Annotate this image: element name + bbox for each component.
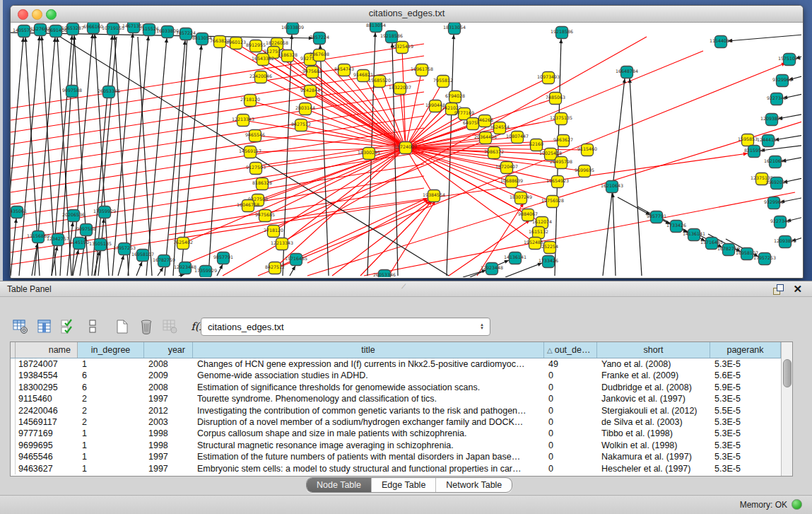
table-row[interactable]: 1456911722003Disruption of a novel membe… <box>11 416 792 428</box>
cell-name[interactable]: 9777169 <box>16 428 78 439</box>
table-row[interactable]: 1830029562008Estimation of significance … <box>11 382 792 393</box>
cell-out_degree[interactable]: 0 <box>544 416 597 428</box>
cell-out_degree[interactable]: 0 <box>544 440 597 451</box>
cell-name[interactable]: 14569117 <box>16 416 78 428</box>
cell-pagerank[interactable]: 5.3E-5 <box>710 416 781 428</box>
graph-edge[interactable] <box>208 40 223 276</box>
column-header-pagerank[interactable]: pagerank <box>710 342 781 358</box>
graph-edge[interactable] <box>128 36 148 276</box>
graph-edge[interactable] <box>248 148 406 206</box>
cell-in_degree[interactable]: 1 <box>78 463 144 474</box>
table-row[interactable]: 1872400712008Changes of HCN gene express… <box>11 358 792 370</box>
graph-edge[interactable] <box>463 270 486 277</box>
cell-out_degree[interactable]: 0 <box>544 405 597 416</box>
cell-corner[interactable] <box>11 370 16 381</box>
cell-out_degree[interactable]: 0 <box>544 370 597 381</box>
cell-name[interactable]: 9463627 <box>16 463 78 474</box>
cell-short[interactable]: Hescheler et al. (1997) <box>597 463 710 474</box>
graph-edge[interactable] <box>112 33 133 276</box>
graph-edge[interactable] <box>290 266 295 276</box>
cell-in_degree[interactable]: 2 <box>78 416 144 428</box>
cell-year[interactable]: 1997 <box>144 451 193 462</box>
table-row[interactable]: 946554611997Estimation of the future num… <box>11 451 792 462</box>
cell-year[interactable]: 1997 <box>144 463 193 474</box>
cell-short[interactable]: Stergiakouli et al. (2012) <box>597 405 710 416</box>
cell-in_degree[interactable]: 1 <box>78 428 144 439</box>
graph-edge[interactable] <box>613 193 616 276</box>
cell-short[interactable]: Dudbridge et al. (2008) <box>597 382 710 393</box>
column-header-name[interactable]: name <box>16 342 78 358</box>
row-height-icon[interactable] <box>82 317 103 337</box>
table-row[interactable]: 969969511998Structural magnetic resonanc… <box>11 440 792 451</box>
vertical-scrollbar[interactable] <box>781 342 792 476</box>
cell-short[interactable]: Yano et al. (2008) <box>597 358 710 370</box>
cell-name[interactable]: 18300295 <box>16 382 78 393</box>
cell-out_degree[interactable]: 0 <box>544 382 597 393</box>
cell-corner[interactable] <box>11 440 16 451</box>
cell-pagerank[interactable]: 5.3E-5 <box>710 440 781 451</box>
cell-year[interactable]: 2008 <box>144 358 193 370</box>
column-header-out_degree[interactable]: △out_de… <box>544 342 597 358</box>
cell-short[interactable]: Franke et al. (2009) <box>597 370 710 381</box>
table-row[interactable]: 1938455462009Genome-wide association stu… <box>11 370 792 381</box>
cell-short[interactable]: Wolkin et al. (1998) <box>597 440 710 451</box>
table-settings-icon[interactable] <box>10 317 31 337</box>
cell-out_degree[interactable]: 0 <box>544 428 597 439</box>
cell-out_degree[interactable]: 49 <box>544 358 597 370</box>
cell-pagerank[interactable]: 5.3E-5 <box>710 358 781 370</box>
graph-edge[interactable] <box>256 46 406 148</box>
table-row[interactable]: 977716911998Corpus callosum shape and si… <box>11 428 792 439</box>
graph-edge[interactable] <box>118 255 124 276</box>
cell-in_degree[interactable]: 2 <box>78 393 144 404</box>
cell-in_degree[interactable]: 6 <box>78 382 144 393</box>
cell-corner[interactable] <box>11 405 16 416</box>
graph-edge[interactable] <box>505 263 542 277</box>
graph-edge[interactable] <box>11 218 16 276</box>
column-header-title[interactable]: title <box>193 342 544 358</box>
select-all-icon[interactable] <box>58 317 79 337</box>
cell-corner[interactable] <box>11 416 16 428</box>
cell-name[interactable]: 19384554 <box>16 370 78 381</box>
splitter-handle-icon[interactable]: ⟋ <box>401 283 408 289</box>
graph-edge[interactable] <box>630 78 642 276</box>
delete-table-icon[interactable] <box>136 317 157 337</box>
column-header-corner[interactable] <box>11 342 16 358</box>
column-header-short[interactable]: short <box>597 342 710 358</box>
tab-edge-table[interactable]: Edge Table <box>372 478 436 492</box>
cell-name[interactable]: 22420046 <box>16 405 78 416</box>
cell-corner[interactable] <box>11 393 16 404</box>
cell-corner[interactable] <box>11 451 16 462</box>
cell-in_degree[interactable]: 6 <box>78 370 144 381</box>
cell-in_degree[interactable]: 1 <box>78 440 144 451</box>
graph-edge[interactable] <box>67 222 73 276</box>
cell-title[interactable]: Corpus callosum shape and size in male p… <box>193 428 544 439</box>
cell-corner[interactable] <box>11 463 16 474</box>
table-row[interactable]: 911546021997Tourette syndrome. Phenomeno… <box>11 393 792 404</box>
graph-edge[interactable] <box>263 59 406 148</box>
cell-short[interactable]: Tibbo et al. (1998) <box>597 428 710 439</box>
table-row[interactable]: 946362711997Embryonic stem cells: a mode… <box>11 463 792 474</box>
cell-pagerank[interactable]: 5.5E-5 <box>710 405 781 416</box>
cell-year[interactable]: 2012 <box>144 405 193 416</box>
cell-year[interactable]: 1997 <box>144 393 193 404</box>
cell-year[interactable]: 2003 <box>144 416 193 428</box>
network-canvas[interactable]: 1872400776638228960123891295518226058912… <box>11 23 801 277</box>
cell-year[interactable]: 2008 <box>144 382 193 393</box>
cell-pagerank[interactable]: 5.3E-5 <box>710 451 781 462</box>
cell-short[interactable]: Jankovic et al. (1997) <box>597 393 710 404</box>
column-header-year[interactable]: year <box>144 342 193 358</box>
cell-out_degree[interactable]: 0 <box>544 393 597 404</box>
cell-name[interactable]: 9115460 <box>16 393 78 404</box>
graph-edge[interactable] <box>158 267 163 276</box>
graph-edge[interactable] <box>312 72 406 148</box>
cell-title[interactable]: Investigating the contribution of common… <box>193 405 544 416</box>
cell-year[interactable]: 2009 <box>144 370 193 381</box>
cell-pagerank[interactable]: 5.9E-5 <box>710 382 781 393</box>
cell-title[interactable]: Embryonic stem cells: a model to study s… <box>193 463 544 474</box>
cell-short[interactable]: Nakamura et al. (1997) <box>597 451 710 462</box>
cell-in_degree[interactable]: 2 <box>78 405 144 416</box>
table-selector-dropdown[interactable]: citations_edges.txt ▲▼ <box>201 317 490 336</box>
graph-edge[interactable] <box>217 264 223 276</box>
cell-title[interactable]: Estimation of significance thresholds fo… <box>193 382 544 393</box>
cell-pagerank[interactable]: 5.3E-5 <box>710 463 781 474</box>
